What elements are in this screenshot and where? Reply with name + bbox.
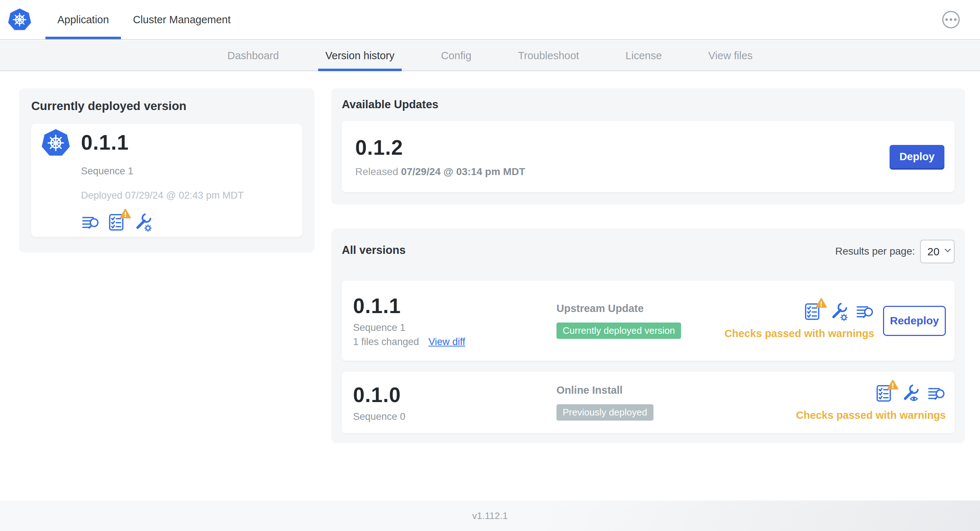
app-subnav: Dashboard Version history Config Trouble… [0,41,980,71]
released-date: 07/29/24 @ 03:14 pm MDT [401,166,525,177]
currently-deployed-card: Currently deployed version 0.1.1 Sequenc… [19,88,315,253]
update-version-number: 0.1.2 [355,135,525,159]
warning-triangle-icon [815,298,827,308]
available-update-row: 0.1.2 Released 07/29/24 @ 03:14 pm MDT D… [342,121,955,192]
kubernetes-app-icon [41,129,70,156]
app-footer: v1.112.1 [0,501,980,531]
row-source-label: Online Install [557,384,796,396]
currently-deployed-badge: Currently deployed version [557,323,681,339]
tab-license[interactable]: License [618,41,669,70]
update-released-date: Released 07/29/24 @ 03:14 pm MDT [355,166,525,178]
preflight-checks-warning-icon[interactable] [803,302,822,321]
tab-config[interactable]: Config [434,41,479,70]
tab-view-files[interactable]: View files [701,41,760,70]
header-tabs: Application Cluster Management [45,0,243,39]
all-versions-title: All versions [342,244,406,257]
current-version-actions [81,213,292,232]
current-version-number: 0.1.1 [81,130,129,154]
version-row-0-1-0: 0.1.0 Sequence 0 Online Install Previous… [342,372,955,433]
view-logs-icon[interactable] [856,302,874,321]
row-source-label: Upstream Update [557,302,724,315]
redeploy-button[interactable]: Redeploy [883,306,946,336]
available-updates-title: Available Updates [342,98,955,111]
view-logs-icon[interactable] [927,384,946,403]
row-action-icons [875,384,946,403]
row-sequence: Sequence 0 [353,411,557,422]
edit-config-icon[interactable] [133,213,152,232]
view-logs-icon[interactable] [81,213,100,232]
released-prefix: Released [355,166,398,177]
app-header: Application Cluster Management [0,0,980,40]
warning-triangle-icon [887,380,899,390]
tab-version-history[interactable]: Version history [318,41,402,70]
page: Application Cluster Management Dashboard… [0,0,980,531]
version-row-0-1-1: 0.1.1 Sequence 1 1 files changed View di… [342,281,955,361]
currently-deployed-version-panel: 0.1.1 Sequence 1 Deployed 07/29/24 @ 02:… [31,124,302,237]
ellipsis-menu-icon[interactable] [942,11,960,28]
row-version-number: 0.1.1 [353,294,557,318]
row-action-icons [803,302,874,321]
current-version-deployed-date: Deployed 07/29/24 @ 02:43 pm MDT [81,190,292,201]
preflight-checks-warning-icon[interactable] [107,213,126,232]
view-diff-link[interactable]: View diff [429,336,465,348]
currently-deployed-title: Currently deployed version [31,99,302,113]
results-per-page-select[interactable]: 20 [920,240,955,263]
tab-application[interactable]: Application [45,0,121,39]
deploy-button[interactable]: Deploy [889,145,944,168]
tab-dashboard[interactable]: Dashboard [220,41,286,70]
row-version-number: 0.1.0 [353,383,557,407]
results-per-page: Results per page: 20 [835,240,955,263]
console-version: v1.112.1 [472,510,508,521]
results-per-page-label: Results per page: [835,245,915,257]
all-versions-card: All versions Results per page: 20 0.1.1 … [331,229,965,443]
kubernetes-logo [8,8,31,30]
preflight-checks-warning-icon[interactable] [875,384,894,403]
warning-triangle-icon [119,208,131,219]
row-sequence: Sequence 1 [353,322,557,334]
edit-config-icon[interactable] [829,302,848,321]
tab-cluster-management[interactable]: Cluster Management [121,0,243,39]
previously-deployed-badge: Previously deployed [557,404,654,421]
preflight-status-link[interactable]: Checks passed with warnings [724,328,874,340]
available-updates-card: Available Updates 0.1.2 Released 07/29/2… [331,88,965,205]
current-version-sequence: Sequence 1 [81,165,292,177]
preflight-status-link[interactable]: Checks passed with warnings [796,409,946,421]
files-changed-label: 1 files changed [353,336,419,348]
tab-troubleshoot[interactable]: Troubleshoot [511,41,586,70]
view-config-icon[interactable] [901,384,920,403]
